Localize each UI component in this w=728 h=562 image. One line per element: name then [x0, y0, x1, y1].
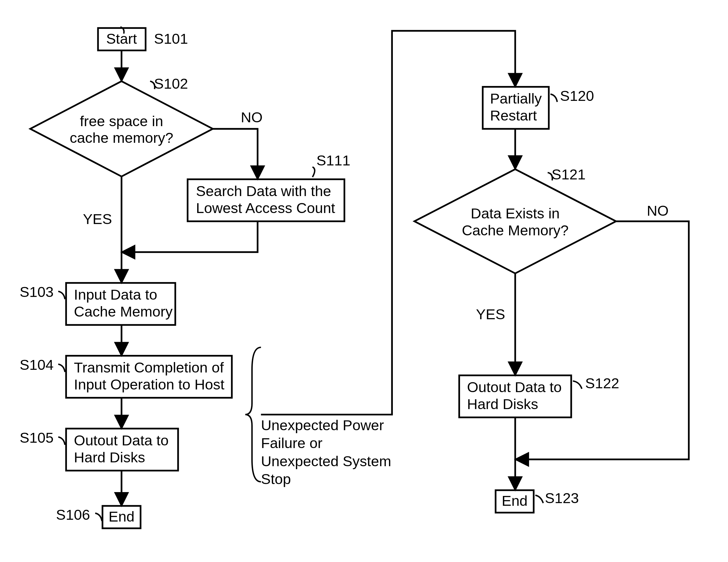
node-s123-label: End — [502, 493, 528, 509]
node-s104-line2: Input Operation to Host — [74, 376, 225, 393]
node-s111-line1: Search Data with the — [196, 183, 331, 199]
tilde-s123 — [535, 495, 543, 503]
node-s120-line1: Partially — [490, 90, 542, 106]
step-s106: S106 — [56, 507, 90, 523]
flowchart-diagram: Start S101 free space in cache memory? S… — [0, 0, 728, 555]
step-s122: S122 — [585, 375, 619, 391]
node-s105-line1: Outout Data to — [74, 432, 169, 448]
node-s121-line2: Cache Memory? — [462, 222, 569, 238]
label-yes-s121: YES — [476, 306, 505, 322]
node-s105-line2: Hard Disks — [74, 449, 145, 465]
tilde-s120 — [550, 94, 557, 102]
annotation-failure-2: Failure or — [261, 435, 323, 451]
step-s103: S103 — [20, 284, 54, 300]
tilde-s104 — [58, 364, 65, 372]
node-s111-line2: Lowest Access Count — [196, 200, 335, 216]
node-s103-line1: Input Data to — [74, 287, 157, 303]
step-s120: S120 — [560, 88, 594, 104]
step-s101: S101 — [154, 31, 188, 47]
tilde-s103 — [58, 291, 65, 299]
arrow-s102-s111 — [213, 129, 258, 179]
tilde-s106 — [95, 513, 102, 521]
node-s102-line2: cache memory? — [70, 130, 173, 146]
node-s106-label: End — [109, 508, 134, 525]
step-s104: S104 — [20, 357, 54, 373]
label-no-s121: NO — [647, 202, 669, 219]
brace-failure — [245, 348, 261, 482]
annotation-failure-4: Stop — [261, 471, 291, 487]
node-s120-line2: Restart — [490, 107, 537, 123]
node-s104-line1: Transmit Completion of — [74, 360, 224, 376]
arrow-s111-join — [122, 221, 258, 252]
node-s121-line1: Data Exists in — [471, 205, 560, 221]
step-s102: S102 — [154, 76, 188, 92]
step-s105: S105 — [20, 430, 54, 446]
label-yes-s102: YES — [83, 211, 112, 227]
arrow-s121-no — [515, 221, 689, 459]
node-s122-line2: Hard Disks — [467, 396, 538, 412]
label-no-s102: NO — [241, 109, 263, 125]
step-s123: S123 — [545, 490, 579, 506]
tilde-s105 — [58, 437, 65, 445]
step-s111: S111 — [316, 152, 350, 168]
annotation-failure-1: Unexpected Power — [261, 417, 384, 433]
node-s102-line1: free space in — [80, 113, 163, 129]
node-s122-line1: Outout Data to — [467, 379, 561, 395]
tilde-s111 — [313, 167, 315, 177]
node-start-label: Start — [106, 31, 137, 47]
step-s121: S121 — [552, 166, 586, 182]
tilde-s122 — [573, 381, 582, 389]
node-s103-line2: Cache Memory — [74, 304, 173, 320]
annotation-failure-3: Unexpected System — [261, 453, 391, 469]
